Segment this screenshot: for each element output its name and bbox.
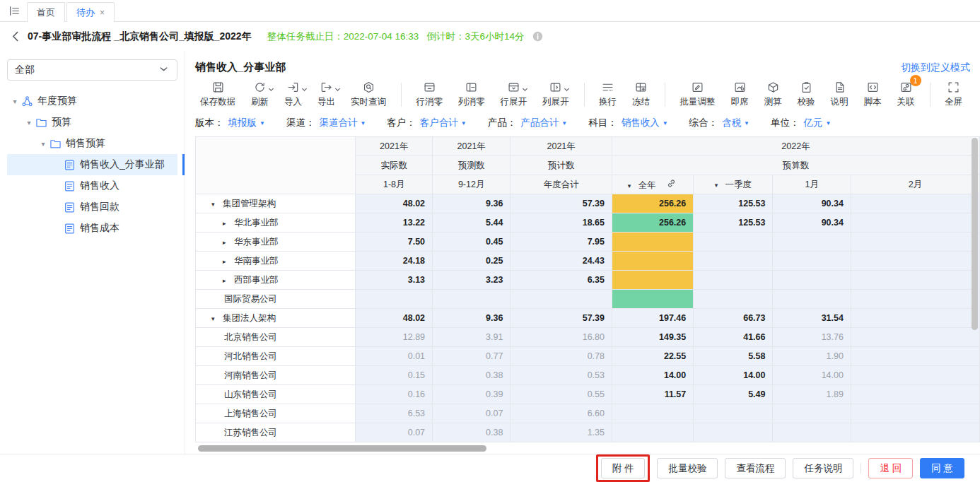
- task-note-button[interactable]: 任务说明: [793, 458, 853, 478]
- grid-cell[interactable]: 125.53: [694, 213, 773, 233]
- grid-cell[interactable]: 11.57: [612, 385, 693, 404]
- menu-fold-icon[interactable]: [6, 2, 23, 19]
- grid-cell[interactable]: [773, 423, 851, 442]
- tree-item-2[interactable]: ▾销售预算: [7, 133, 177, 154]
- chevron-down-icon[interactable]: [301, 84, 308, 95]
- grid-cell[interactable]: 197.46: [612, 309, 693, 328]
- grid-cell[interactable]: 41.66: [694, 328, 773, 347]
- toolbar-col-expand-button[interactable]: 列展开: [535, 81, 577, 108]
- filter-value-dropdown[interactable]: 销售收入: [622, 117, 660, 129]
- grid-cell[interactable]: 12.89: [356, 328, 433, 347]
- toolbar-validate-button[interactable]: 校验: [790, 81, 823, 108]
- attachment-button[interactable]: 附 件: [601, 458, 646, 478]
- grid-cell[interactable]: 3.91: [433, 328, 511, 347]
- column-collapse-icon[interactable]: ▾: [715, 182, 718, 189]
- grid-cell[interactable]: [612, 290, 693, 309]
- grid-row-label[interactable]: ▾集团管理架构: [196, 194, 356, 213]
- tree-item-3[interactable]: 销售收入_分事业部: [7, 154, 177, 175]
- row-expand-icon[interactable]: ▸: [223, 277, 234, 284]
- grid-row-label[interactable]: 河南销售公司: [196, 366, 356, 385]
- filter-value-dropdown[interactable]: 填报版: [228, 117, 257, 129]
- tree-item-4[interactable]: 销售收入: [7, 175, 177, 196]
- grid-cell[interactable]: 3.23: [433, 271, 511, 290]
- grid-cell[interactable]: [612, 271, 693, 290]
- grid-cell[interactable]: [851, 385, 979, 404]
- tree-caret-icon[interactable]: ▾: [38, 140, 48, 148]
- grid-cell[interactable]: 6.35: [511, 271, 612, 290]
- toolbar-calculate-button[interactable]: 测算: [757, 81, 790, 108]
- grid-cell[interactable]: 57.39: [511, 194, 612, 213]
- toolbar-save-button[interactable]: 保存数据: [192, 81, 243, 108]
- grid-cell[interactable]: 31.54: [773, 309, 851, 328]
- grid-cell[interactable]: 0.07: [356, 423, 433, 442]
- grid-cell[interactable]: [694, 233, 773, 252]
- grid-cell[interactable]: [851, 290, 979, 309]
- grid-cell[interactable]: 66.73: [694, 309, 773, 328]
- grid-cell[interactable]: 256.26: [612, 213, 693, 233]
- switch-mode-link[interactable]: 切换到定义模式: [901, 61, 970, 74]
- grid-cell[interactable]: [851, 233, 979, 252]
- grid-cell[interactable]: [851, 309, 979, 328]
- toolbar-realtime-query-button[interactable]: 实时查询: [343, 81, 394, 108]
- period-header[interactable]: ▾全年: [612, 175, 693, 194]
- grid-cell[interactable]: 48.02: [356, 309, 433, 328]
- grid-cell[interactable]: [773, 252, 851, 271]
- grid-cell[interactable]: 0.25: [433, 252, 511, 271]
- grid-cell[interactable]: [694, 423, 773, 442]
- grid-row-label[interactable]: 国际贸易公司: [196, 290, 356, 309]
- toolbar-relate-button[interactable]: 1关联: [889, 81, 923, 108]
- grid-cell[interactable]: 1.90: [773, 347, 851, 366]
- grid-cell[interactable]: [612, 404, 693, 423]
- grid-cell[interactable]: [694, 252, 773, 271]
- period-header[interactable]: ▾一季度: [694, 175, 773, 194]
- grid-cell[interactable]: 9.36: [433, 309, 511, 328]
- grid-cell[interactable]: 5.58: [694, 347, 773, 366]
- grid-cell[interactable]: 13.22: [356, 213, 433, 233]
- toolbar-import-button[interactable]: 导入: [276, 81, 310, 108]
- toolbar-batch-adjust-button[interactable]: 批量调整: [672, 81, 723, 108]
- grid-cell[interactable]: [694, 271, 773, 290]
- caret-down-icon[interactable]: ▼: [461, 120, 467, 127]
- grid-cell[interactable]: [612, 252, 693, 271]
- chevron-down-icon[interactable]: [564, 84, 570, 95]
- grid-cell[interactable]: 48.02: [356, 194, 433, 213]
- grid-cell[interactable]: [773, 290, 851, 309]
- tree-caret-icon[interactable]: ▾: [10, 98, 20, 105]
- tree-item-6[interactable]: 销售成本: [7, 218, 177, 239]
- grid-cell[interactable]: [851, 366, 979, 385]
- horizontal-scrollbar-thumb[interactable]: [198, 445, 486, 452]
- info-icon[interactable]: [532, 30, 544, 42]
- row-collapse-icon[interactable]: ▾: [211, 201, 223, 208]
- grid-row-label[interactable]: 江苏销售公司: [196, 423, 356, 442]
- row-expand-icon[interactable]: ▸: [223, 258, 234, 265]
- reject-button[interactable]: 退 回: [868, 458, 913, 478]
- back-chevron-icon[interactable]: [10, 30, 22, 42]
- column-collapse-icon[interactable]: ▾: [628, 182, 631, 189]
- link-icon[interactable]: [665, 177, 677, 189]
- tree-item-1[interactable]: ▾预算: [7, 112, 177, 133]
- grid-cell[interactable]: 0.38: [433, 366, 511, 385]
- grid-cell[interactable]: 22.55: [612, 347, 693, 366]
- grid-cell[interactable]: 9.36: [433, 194, 511, 213]
- grid-cell[interactable]: 0.45: [433, 233, 511, 252]
- grid-row-label[interactable]: ▾集团法人架构: [196, 309, 356, 328]
- tree-caret-icon[interactable]: ▾: [24, 119, 34, 127]
- toolbar-export-button[interactable]: 导出: [310, 81, 343, 108]
- toolbar-note-button[interactable]: 说明: [823, 81, 856, 108]
- grid-cell[interactable]: 0.55: [511, 385, 612, 404]
- grid-cell[interactable]: 18.65: [511, 213, 612, 233]
- caret-down-icon[interactable]: ▼: [561, 120, 567, 127]
- grid-row-label[interactable]: 上海销售公司: [196, 404, 356, 423]
- batch-validate-button[interactable]: 批量校验: [657, 458, 718, 478]
- grid-cell[interactable]: [694, 290, 773, 309]
- toolbar-freeze-button[interactable]: 冻结: [624, 81, 658, 108]
- chevron-down-icon[interactable]: [522, 84, 528, 95]
- grid-cell[interactable]: 24.18: [356, 252, 433, 271]
- grid-cell[interactable]: [851, 347, 979, 366]
- grid-cell[interactable]: 7.95: [511, 233, 612, 252]
- grid-cell[interactable]: [773, 233, 851, 252]
- caret-down-icon[interactable]: ▼: [744, 120, 749, 127]
- grid-cell[interactable]: [851, 328, 979, 347]
- grid-cell[interactable]: 90.34: [773, 194, 851, 213]
- grid-cell[interactable]: 256.26: [612, 194, 693, 213]
